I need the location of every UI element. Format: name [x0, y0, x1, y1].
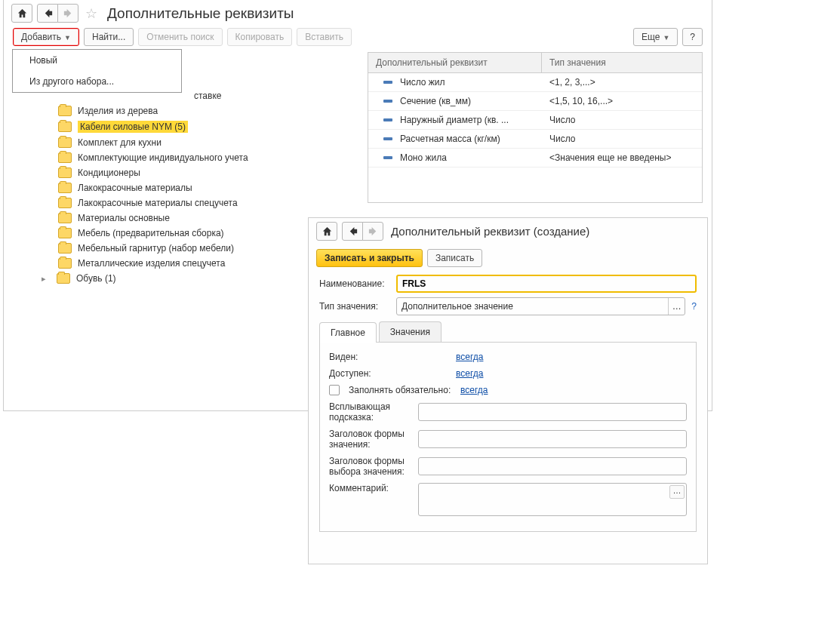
- more-button[interactable]: Еще▼: [633, 28, 678, 46]
- table-row[interactable]: Расчетная масса (кг/км) Число: [368, 130, 702, 149]
- folder-icon: [58, 183, 72, 193]
- favorite-star[interactable]: ☆: [83, 5, 100, 22]
- available-link[interactable]: всегда: [456, 368, 483, 379]
- arrow-left-icon: [42, 8, 54, 19]
- form-body: Наименование: FRLS Тип значения: Дополни…: [309, 272, 707, 542]
- page-title: Дополнительные реквизиты: [107, 5, 294, 22]
- modal-toolbar: Записать и закрыть Записать: [309, 244, 707, 272]
- modal-window: Дополнительный реквизит (создание) Запис…: [308, 217, 708, 564]
- value-form-input[interactable]: [418, 430, 687, 448]
- attribute-icon: [383, 118, 392, 121]
- name-label: Наименование:: [319, 278, 392, 289]
- table-row[interactable]: Наружный диаметр (кв. ... Число: [368, 111, 702, 130]
- dropdown-item-from-other[interactable]: Из другого набора...: [13, 71, 181, 92]
- home-icon: [17, 8, 28, 19]
- table-header: Дополнительный реквизит Тип значения: [368, 53, 702, 73]
- nav-group: [342, 222, 383, 241]
- forward-button[interactable]: [362, 222, 383, 241]
- attribute-icon: [383, 156, 392, 159]
- tree-row[interactable]: Комплектующие индивидуального учета: [13, 150, 360, 165]
- folder-icon: [58, 121, 72, 132]
- arrow-right-icon: [368, 226, 379, 237]
- find-button[interactable]: Найти...: [84, 28, 134, 46]
- table-panel: Дополнительный реквизит Тип значения Чис…: [368, 52, 703, 203]
- tree-panel: Новый Из другого набора... ставке Издели…: [13, 52, 360, 203]
- tree-row[interactable]: Изделия из дерева: [13, 103, 360, 118]
- attribute-icon: [383, 137, 392, 140]
- back-button[interactable]: [37, 4, 58, 23]
- home-button[interactable]: [316, 222, 337, 241]
- folder-icon: [58, 152, 72, 163]
- choice-form-label: Заголовок формы выбора значения:: [329, 456, 412, 477]
- tree-row[interactable]: Лакокрасочные материалы спецучета: [13, 195, 360, 211]
- help-button[interactable]: ?: [682, 28, 703, 46]
- type-label: Тип значения:: [319, 301, 392, 312]
- table-row[interactable]: Сечение (кв_мм) <1,5, 10, 16,...>: [368, 92, 702, 111]
- folder-icon: [58, 258, 72, 269]
- save-button[interactable]: Записать: [427, 249, 482, 267]
- header: ☆ Дополнительные реквизиты: [4, 0, 712, 26]
- tree-row[interactable]: Лакокрасочные материалы: [13, 180, 360, 195]
- paste-button: Вставить: [297, 28, 352, 46]
- folder-icon: [58, 168, 72, 178]
- visible-link[interactable]: всегда: [456, 352, 483, 362]
- required-link[interactable]: всегда: [460, 385, 488, 395]
- content: Новый Из другого набора... ставке Издели…: [4, 52, 712, 212]
- tooltip-input[interactable]: [418, 403, 687, 421]
- toolbar: Добавить▼ Найти... Отменить поиск Копиро…: [4, 26, 712, 52]
- folder-icon: [58, 213, 72, 223]
- nav-group: [37, 4, 78, 23]
- type-input[interactable]: Дополнительное значение …: [396, 297, 685, 315]
- add-button[interactable]: Добавить▼: [13, 28, 79, 46]
- comment-input[interactable]: …: [418, 483, 687, 516]
- table-row[interactable]: Моно жила <Значения еще не введены>: [368, 149, 702, 168]
- add-dropdown: Новый Из другого набора...: [12, 49, 182, 93]
- folder-icon: [58, 137, 72, 148]
- tab-main[interactable]: Главное: [319, 322, 377, 343]
- required-checkbox[interactable]: [329, 385, 340, 395]
- ellipsis-button[interactable]: …: [669, 485, 685, 499]
- value-form-label: Заголовок формы значения:: [329, 429, 412, 450]
- copy-button: Копировать: [227, 28, 293, 46]
- chevron-down-icon: ▼: [663, 34, 669, 41]
- chevron-down-icon: ▼: [64, 34, 71, 41]
- tree-row[interactable]: Комплект для кухни: [13, 135, 360, 150]
- folder-icon: [58, 106, 72, 116]
- arrow-right-icon: [63, 8, 74, 19]
- name-input[interactable]: FRLS: [396, 275, 697, 293]
- attribute-icon: [383, 100, 392, 103]
- visible-label: Виден:: [329, 352, 450, 362]
- folder-icon: [58, 198, 72, 208]
- help-icon[interactable]: ?: [691, 301, 697, 312]
- tab-values[interactable]: Значения: [379, 321, 442, 342]
- star-icon: ☆: [85, 5, 97, 22]
- comment-label: Комментарий:: [329, 483, 412, 493]
- modal-header: Дополнительный реквизит (создание): [309, 218, 707, 244]
- home-button[interactable]: [11, 4, 32, 23]
- tooltip-label: Всплывающая подсказка:: [329, 401, 412, 423]
- save-close-button[interactable]: Записать и закрыть: [316, 249, 423, 267]
- forward-button[interactable]: [57, 4, 78, 23]
- tree-row[interactable]: Кондиционеры: [13, 165, 360, 180]
- available-label: Доступен:: [329, 368, 450, 379]
- modal-title: Дополнительный реквизит (создание): [391, 225, 589, 238]
- tree-row[interactable]: Кабели силовые NYM (5): [13, 118, 360, 135]
- cancel-search-button: Отменить поиск: [138, 28, 222, 46]
- back-button[interactable]: [342, 222, 363, 241]
- folder-icon: [58, 243, 72, 254]
- th-attr[interactable]: Дополнительный реквизит: [368, 53, 542, 72]
- th-type[interactable]: Тип значения: [542, 53, 702, 72]
- tab-content: Виден: всегда Доступен: всегда Заполнять…: [319, 343, 697, 532]
- attribute-icon: [383, 81, 392, 84]
- table-row[interactable]: Число жил <1, 2, 3,...>: [368, 73, 702, 92]
- ellipsis-button[interactable]: …: [668, 298, 685, 315]
- chevron-right-icon[interactable]: ▸: [42, 274, 51, 284]
- required-label: Заполнять обязательно:: [349, 385, 454, 395]
- dropdown-item-new[interactable]: Новый: [13, 50, 181, 71]
- tabs: Главное Значения: [319, 321, 697, 343]
- folder-icon: [57, 273, 70, 284]
- folder-icon: [58, 228, 72, 238]
- arrow-left-icon: [347, 226, 358, 237]
- choice-form-input[interactable]: [418, 457, 687, 475]
- home-icon: [322, 226, 333, 237]
